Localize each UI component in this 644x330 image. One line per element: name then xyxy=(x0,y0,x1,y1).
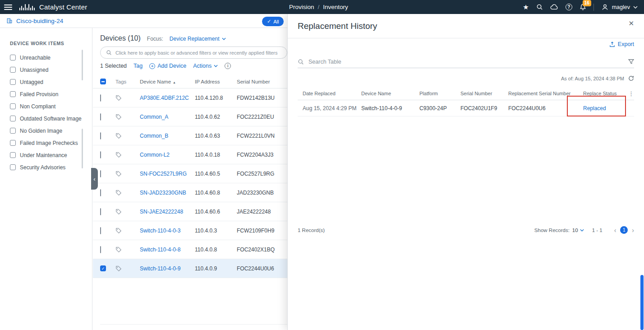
checkbox[interactable] xyxy=(10,91,16,97)
device-row[interactable]: SN-JAE24222248 110.4.60.6 JAE24222248 xyxy=(93,202,287,221)
page-scrollbar[interactable] xyxy=(640,275,644,330)
tag-icon[interactable] xyxy=(115,152,140,158)
export-button[interactable]: Export xyxy=(609,41,634,47)
row-checkbox[interactable] xyxy=(100,246,101,253)
breadcrumb-section[interactable]: Provision xyxy=(289,4,314,10)
checkbox[interactable] xyxy=(10,140,16,146)
device-row[interactable]: Common_B 110.4.0.63 FCW2221L0VN xyxy=(93,126,287,145)
device-row[interactable]: Switch-110-4-0-3 110.4.0.3 FCW2109F0H9 xyxy=(93,221,287,240)
device-name-link[interactable]: Switch-110-4-0-3 xyxy=(140,228,180,234)
add-device-button[interactable]: + Add Device xyxy=(149,63,186,69)
select-all-checkbox[interactable] xyxy=(100,79,106,84)
device-row-selected[interactable]: ✓ Switch-110-4-0-9 110.4.0.9 FOC2244U0U6 xyxy=(93,259,287,278)
row-checkbox[interactable] xyxy=(100,208,101,215)
col-device-name[interactable]: Device Name▲ xyxy=(140,79,195,84)
checkbox[interactable] xyxy=(10,116,16,121)
sidebar-scrollbar[interactable] xyxy=(82,50,83,80)
show-records-dropdown[interactable]: 10 xyxy=(572,228,584,233)
device-name-link[interactable]: Common_B xyxy=(140,133,168,139)
row-checkbox[interactable] xyxy=(100,113,101,121)
row-checkbox[interactable] xyxy=(100,94,101,102)
tag-icon[interactable] xyxy=(115,265,140,272)
panel-search[interactable] xyxy=(298,56,634,68)
col-platform[interactable]: Platform xyxy=(419,91,460,96)
device-name-link[interactable]: SN-JAD23230GNB xyxy=(140,190,186,196)
cloud-icon[interactable] xyxy=(550,4,558,10)
col-replacement-serial-number[interactable]: Replacement Serial Number xyxy=(508,91,583,96)
all-filter-button[interactable]: ✓ All xyxy=(262,17,284,26)
refresh-icon[interactable] xyxy=(628,75,634,81)
tag-icon[interactable] xyxy=(115,95,140,101)
prev-page-icon[interactable]: ‹ xyxy=(614,227,616,234)
tag-icon[interactable] xyxy=(115,171,140,177)
checkbox[interactable] xyxy=(10,128,16,134)
sidebar-collapse-button[interactable]: ‹ xyxy=(91,168,98,190)
sidebar-item-no-golden-image[interactable]: No Golden Image xyxy=(0,125,92,137)
sidebar-scrollbar[interactable] xyxy=(82,129,83,168)
tag-icon[interactable] xyxy=(115,190,140,196)
checkbox[interactable] xyxy=(10,55,16,60)
device-name-link[interactable]: Common_A xyxy=(140,114,168,120)
checkbox[interactable] xyxy=(10,152,16,158)
device-name-link[interactable]: Switch-110-4-0-8 xyxy=(140,246,180,253)
row-checkbox[interactable] xyxy=(100,132,101,139)
next-page-icon[interactable]: › xyxy=(632,227,634,234)
row-checkbox-checked[interactable]: ✓ xyxy=(100,265,106,271)
tag-icon[interactable] xyxy=(115,228,140,234)
device-row[interactable]: SN-JAD23230GNB 110.4.60.8 JAD23230GNB xyxy=(93,183,287,202)
sidebar-item-security-advisories[interactable]: Security Advisories xyxy=(0,161,92,173)
device-row[interactable]: AP380E.4DBF.212C 110.4.120.8 FDW2142B13U xyxy=(93,88,287,107)
checkbox[interactable] xyxy=(10,67,16,73)
notifications-icon[interactable]: 16 xyxy=(580,4,586,10)
checkbox[interactable] xyxy=(10,164,16,170)
device-filter-search[interactable] xyxy=(100,46,287,59)
filter-icon[interactable] xyxy=(628,59,634,64)
tag-icon[interactable] xyxy=(115,114,140,120)
device-row[interactable]: Common_A 110.4.0.62 FOC2221Z0EU xyxy=(93,107,287,126)
actions-dropdown[interactable]: Actions xyxy=(193,63,218,69)
tag-icon[interactable] xyxy=(115,246,140,253)
page-1-button[interactable]: 1 xyxy=(620,226,628,234)
site-name-link[interactable]: Cisco-buidling-24 xyxy=(16,18,63,24)
col-serial-number[interactable]: Serial Number xyxy=(460,91,508,96)
device-row[interactable]: SN-FOC2527L9RG 110.4.60.5 FOC2527L9RG xyxy=(93,164,287,183)
search-icon[interactable] xyxy=(536,4,543,10)
col-ip-address[interactable]: IP Address xyxy=(195,79,237,84)
sidebar-item-failed-provision[interactable]: Failed Provision xyxy=(0,88,92,100)
panel-search-input[interactable] xyxy=(308,59,624,65)
sidebar-item-non-compliant[interactable]: Non Compliant xyxy=(0,100,92,112)
device-filter-input[interactable] xyxy=(115,50,281,56)
row-checkbox[interactable] xyxy=(100,151,101,158)
row-checkbox[interactable] xyxy=(100,189,101,196)
col-serial-number[interactable]: Serial Number xyxy=(237,79,287,84)
sidebar-item-unassigned[interactable]: Unassigned xyxy=(0,64,92,76)
tag-icon[interactable] xyxy=(115,209,140,215)
col-device-name[interactable]: Device Name xyxy=(361,91,419,96)
device-row[interactable]: Common-L2 110.4.0.18 FCW2204A3J3 xyxy=(93,145,287,164)
checkbox[interactable] xyxy=(10,79,16,85)
device-name-link[interactable]: Switch-110-4-0-9 xyxy=(140,265,180,272)
row-checkbox[interactable] xyxy=(100,227,101,234)
checkbox[interactable] xyxy=(10,103,16,109)
device-row[interactable]: Switch-110-4-0-8 110.4.0.8 FOC2402X1BQ xyxy=(93,240,287,259)
replace-status-link[interactable]: Replaced xyxy=(583,105,628,112)
device-name-link[interactable]: SN-FOC2527L9RG xyxy=(140,171,187,177)
device-name-link[interactable]: Common-L2 xyxy=(140,152,170,158)
sidebar-item-outdated-software-image[interactable]: Outdated Software Image xyxy=(0,112,92,125)
menu-icon[interactable] xyxy=(4,5,12,10)
focus-dropdown[interactable]: Device Replacement xyxy=(170,36,226,42)
device-name-link[interactable]: AP380E.4DBF.212C xyxy=(140,95,189,101)
tag-button[interactable]: Tag xyxy=(133,63,143,69)
sidebar-item-untagged[interactable]: Untagged xyxy=(0,76,92,88)
favorites-icon[interactable]: ★ xyxy=(523,4,529,10)
close-icon[interactable]: ✕ xyxy=(628,19,634,28)
sidebar-item-under-maintenance[interactable]: Under Maintenance xyxy=(0,149,92,161)
help-icon[interactable]: ? xyxy=(566,4,572,10)
user-menu[interactable]: maglev xyxy=(601,3,638,11)
col-date-replaced[interactable]: Date Replaced xyxy=(303,91,361,96)
col-replace-status[interactable]: Replace Status xyxy=(583,91,628,96)
row-checkbox[interactable] xyxy=(100,170,101,177)
column-settings-icon[interactable]: ⋮ xyxy=(628,90,634,97)
device-name-link[interactable]: SN-JAE24222248 xyxy=(140,209,183,215)
tag-icon[interactable] xyxy=(115,133,140,139)
